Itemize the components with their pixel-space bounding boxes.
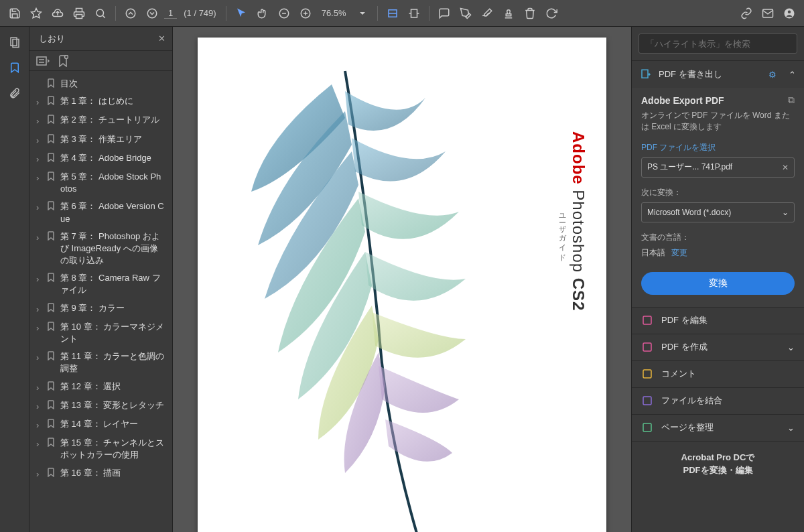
- zoom-dropdown-icon[interactable]: [353, 4, 372, 23]
- bookmark-ribbon-icon: [47, 134, 56, 143]
- convert-button[interactable]: 変換: [641, 272, 795, 295]
- bookmark-item[interactable]: ›第 10 章： カラーマネジメント: [29, 318, 170, 348]
- new-bookmark-icon[interactable]: [58, 55, 68, 67]
- tool-item[interactable]: コメント: [632, 360, 804, 387]
- bookmark-label: 第 15 章： チャンネルとスポットカラーの使用: [60, 437, 165, 461]
- page-up-icon[interactable]: [121, 4, 140, 23]
- chevron-down-icon: ⌄: [787, 423, 795, 433]
- chevron-down-icon: ⌄: [782, 208, 789, 217]
- bookmark-ribbon-icon: [47, 381, 56, 391]
- cursor-icon[interactable]: [232, 4, 251, 23]
- sign-icon[interactable]: [478, 4, 496, 23]
- tool-icon: [641, 341, 653, 353]
- pdf-page: Adobe Photoshop CS2 ユーザガイド: [198, 38, 606, 532]
- svg-rect-13: [411, 9, 417, 17]
- bookmarks-icon[interactable]: [6, 59, 23, 76]
- chevron-right-icon: ›: [36, 232, 43, 244]
- settings-icon[interactable]: ⚙: [768, 70, 777, 80]
- link-icon[interactable]: [737, 4, 756, 23]
- bookmark-item[interactable]: ›第 6 章： Adobe Version Cue: [29, 198, 170, 227]
- chevron-right-icon: ›: [36, 401, 43, 413]
- product-subtitle: ユーザガイド: [557, 208, 567, 259]
- save-icon[interactable]: [5, 4, 24, 23]
- page-down-icon[interactable]: [143, 4, 161, 23]
- tool-item[interactable]: ページを整理⌄: [632, 414, 804, 441]
- select-file-link[interactable]: PDF ファイルを選択: [641, 142, 795, 153]
- bookmark-label: 第 1 章： はじめに: [60, 95, 165, 107]
- tool-icon: [641, 395, 653, 407]
- export-pdf-header[interactable]: PDF を書き出し ⚙ ⌃: [632, 61, 804, 88]
- rotate-icon[interactable]: [542, 4, 561, 23]
- hand-icon[interactable]: [253, 4, 272, 23]
- filename-label: PS ユーザー... 741P.pdf: [647, 161, 732, 173]
- bookmark-item[interactable]: ›第 9 章： カラー: [29, 300, 170, 318]
- mail-icon[interactable]: [758, 4, 777, 23]
- zoom-in-icon[interactable]: [296, 4, 315, 23]
- svg-rect-26: [643, 316, 651, 324]
- tool-label: PDF を編集: [661, 314, 795, 326]
- bookmark-item[interactable]: ›第 7 章： Photoshop および ImageReady への画像の取り…: [29, 228, 170, 270]
- highlight-icon[interactable]: [456, 4, 475, 23]
- tool-item[interactable]: ファイルを結合: [632, 387, 804, 414]
- svg-marker-0: [31, 8, 42, 17]
- bookmark-label: 第 12 章： 選択: [60, 381, 165, 393]
- bookmark-item[interactable]: ›第 13 章： 変形とレタッチ: [29, 397, 170, 415]
- lang-label: 文書の言語：: [641, 232, 795, 243]
- selected-file[interactable]: PS ユーザー... 741P.pdf ✕: [641, 157, 795, 178]
- bookmark-item[interactable]: ›第 4 章： Adobe Bridge: [29, 149, 170, 168]
- search-icon[interactable]: [91, 4, 110, 23]
- bookmark-label: 第 2 章： チュートリアル: [60, 114, 165, 126]
- product-title: Adobe Photoshop CS2: [569, 131, 588, 311]
- account-icon[interactable]: [780, 4, 799, 23]
- bookmark-label: 第 4 章： Adobe Bridge: [60, 152, 165, 164]
- chevron-right-icon: ›: [36, 96, 43, 109]
- right-panel: PDF を書き出し ⚙ ⌃ Adobe Export PDF ⧉ オンラインで …: [631, 27, 804, 532]
- bookmark-item[interactable]: ›第 16 章： 描画: [29, 464, 170, 483]
- page-count: (1 / 749): [180, 8, 220, 18]
- delete-icon[interactable]: [521, 4, 539, 23]
- fit-width-icon[interactable]: [383, 4, 402, 23]
- search-input[interactable]: [639, 34, 797, 54]
- clear-file-icon[interactable]: ✕: [782, 163, 789, 172]
- bookmark-item[interactable]: ›第 5 章： Adobe Stock Photos: [29, 168, 170, 198]
- thumbnails-icon[interactable]: [6, 34, 23, 51]
- tool-item[interactable]: PDF を作成⌄: [632, 334, 804, 360]
- bookmark-item[interactable]: ›第 1 章： はじめに: [29, 92, 170, 111]
- star-icon[interactable]: [27, 4, 46, 23]
- svg-rect-28: [643, 370, 651, 378]
- zoom-level[interactable]: 76.5%: [318, 8, 350, 18]
- cloud-upload-icon[interactable]: [48, 4, 67, 23]
- bookmark-options-icon[interactable]: [36, 56, 50, 66]
- bookmark-item[interactable]: ›第 15 章： チャンネルとスポットカラーの使用: [29, 434, 170, 464]
- bookmark-item[interactable]: ›第 11 章： カラーと色調の調整: [29, 348, 170, 377]
- zoom-out-icon[interactable]: [275, 4, 293, 23]
- bookmark-label: 第 8 章： Camera Raw ファイル: [60, 272, 165, 296]
- bookmark-item[interactable]: ›第 14 章： レイヤー: [29, 415, 170, 434]
- chevron-up-icon[interactable]: ⌃: [789, 70, 796, 80]
- change-lang-link[interactable]: 変更: [671, 248, 687, 257]
- bookmark-ribbon-icon: [47, 438, 56, 447]
- bookmark-ribbon-icon: [47, 115, 56, 124]
- svg-point-24: [65, 55, 68, 58]
- bookmark-item[interactable]: ›第 3 章： 作業エリア: [29, 131, 170, 149]
- comment-icon[interactable]: [435, 4, 454, 23]
- bookmark-item[interactable]: 目次: [29, 75, 170, 92]
- document-viewport[interactable]: Adobe Photoshop CS2 ユーザガイド: [173, 27, 631, 532]
- copy-icon[interactable]: ⧉: [788, 94, 795, 106]
- page-input[interactable]: 1: [164, 8, 177, 19]
- bookmark-item[interactable]: ›第 12 章： 選択: [29, 378, 170, 397]
- bookmark-ribbon-icon: [47, 96, 56, 105]
- stamp-icon[interactable]: [499, 4, 518, 23]
- tool-item[interactable]: PDF を編集: [632, 307, 804, 334]
- bookmark-label: 第 5 章： Adobe Stock Photos: [60, 171, 165, 195]
- bookmarks-sidebar: しおり ✕ 目次›第 1 章： はじめに›第 2 章： チュートリアル›第 3 …: [29, 27, 173, 532]
- bookmark-item[interactable]: ›第 2 章： チュートリアル: [29, 111, 170, 130]
- attachments-icon[interactable]: [6, 84, 23, 102]
- chevron-right-icon: ›: [36, 352, 43, 364]
- print-icon[interactable]: [70, 4, 88, 23]
- format-select[interactable]: Microsoft Word (*.docx) ⌄: [641, 202, 795, 222]
- fit-page-icon[interactable]: [405, 4, 423, 23]
- bookmark-item[interactable]: ›第 8 章： Camera Raw ファイル: [29, 269, 170, 299]
- tool-label: ページを整理: [661, 421, 779, 434]
- close-sidebar-icon[interactable]: ✕: [158, 34, 165, 44]
